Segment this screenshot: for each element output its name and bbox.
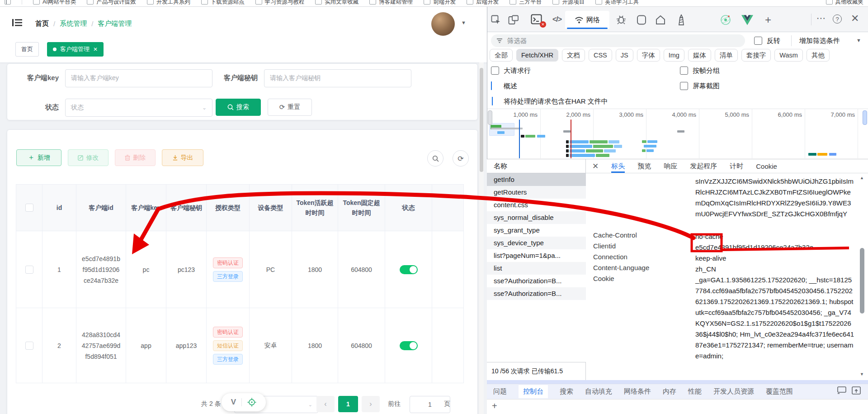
console-add-icon[interactable]: + <box>492 401 497 411</box>
breadcrumb-home[interactable]: 首页 <box>35 19 49 28</box>
bookmark-folder[interactable]: 下载资源站点 <box>201 0 245 6</box>
admin-scrollbar-track[interactable] <box>479 62 484 414</box>
bookmark-folder[interactable]: 英语学习工具 <box>595 0 639 6</box>
column-header[interactable]: 客户端id <box>76 185 126 231</box>
bookmark-folder[interactable]: 产品与设计提效 <box>87 0 136 6</box>
request-row[interactable]: sys_device_type <box>487 237 586 249</box>
filter-chip-js[interactable]: JS <box>616 49 633 62</box>
filter-chip-css[interactable]: CSS <box>589 49 612 62</box>
dropdown-caret-icon[interactable]: ▼ <box>856 38 861 43</box>
request-row-selected[interactable]: getInfo <box>487 173 586 186</box>
column-header[interactable]: Token固定超时时间 <box>338 185 385 231</box>
elements-panel-icon[interactable]: </> <box>552 15 561 24</box>
row-checkbox[interactable] <box>25 266 33 274</box>
drawer-tab-memory[interactable]: 内存 <box>663 387 676 396</box>
tab-cookies[interactable]: Cookie <box>756 162 777 170</box>
overview-checkbox[interactable] <box>491 81 492 90</box>
filter-chip-font[interactable]: 字体 <box>637 49 660 62</box>
tab-preview[interactable]: 预览 <box>637 162 651 171</box>
drawer-tab-coverage[interactable]: 覆盖范围 <box>766 387 793 396</box>
status-select[interactable]: 状态 ⌄ <box>65 99 212 117</box>
invert-checkbox[interactable] <box>754 37 762 45</box>
vue-logo-icon[interactable] <box>741 15 753 25</box>
close-icon[interactable]: ✕ <box>93 46 98 52</box>
help-icon[interactable]: ? <box>833 14 842 24</box>
filter-chip-media[interactable]: 媒体 <box>688 49 711 62</box>
bookmark-folder[interactable]: AI网站平台类 <box>33 0 76 6</box>
vue-devtools-atom-icon[interactable] <box>720 14 731 26</box>
page-1-button[interactable]: 1 <box>338 396 358 412</box>
tab-headers[interactable]: 标头 <box>611 162 625 173</box>
filter-chip-all[interactable]: 全部 <box>490 49 513 62</box>
column-header[interactable]: Token活跃超时时间 <box>292 185 338 231</box>
home-icon[interactable] <box>656 15 665 25</box>
vue-logo-icon[interactable]: V <box>231 398 236 407</box>
request-row[interactable]: content.css <box>487 199 586 211</box>
next-page-button[interactable]: › <box>362 396 380 412</box>
filter-chip-socket[interactable]: 套接字 <box>741 49 771 62</box>
requests-column-header[interactable]: 名称 <box>487 159 586 173</box>
drawer-divider[interactable] <box>487 380 868 384</box>
dock-panel-icon[interactable] <box>852 386 861 395</box>
tab-initiator[interactable]: 发起程序 <box>690 162 717 171</box>
avatar-caret-icon[interactable]: ▼ <box>461 20 466 25</box>
side-panel-icon[interactable] <box>5 0 11 5</box>
collapse-menu-icon[interactable] <box>12 18 23 27</box>
scroll-down-icon[interactable]: ▼ <box>860 372 864 376</box>
request-row[interactable]: list?pageNum=1&pa... <box>487 249 586 262</box>
admin-scrollbar-thumb[interactable] <box>480 68 483 172</box>
drawer-tab-issues[interactable]: 问题 <box>493 387 507 396</box>
inspect-element-icon[interactable] <box>491 15 501 25</box>
bookmark-folder[interactable]: 博客建站管理 <box>369 0 413 6</box>
drawer-tab-autofill[interactable]: 自动填充 <box>585 387 612 396</box>
client-secret-input[interactable]: 请输入客户端秘钥 <box>264 69 411 87</box>
prev-page-button[interactable]: ‹ <box>316 396 335 412</box>
network-filter-input[interactable]: 筛选器 <box>491 34 745 47</box>
drawer-tab-developer-resources[interactable]: 开发人员资源 <box>713 387 754 396</box>
tab-response[interactable]: 响应 <box>664 162 677 171</box>
timeline-left-handle[interactable] <box>488 110 492 125</box>
debugger-bug-icon[interactable] <box>616 14 627 25</box>
bookmark-folder[interactable]: 开发工具系列 <box>147 0 190 6</box>
bookmark-folder[interactable]: 前端开发 <box>424 0 456 6</box>
drawer-tab-search[interactable]: 搜索 <box>560 387 573 396</box>
tab-home[interactable]: 首页 <box>15 42 39 57</box>
screenshots-checkbox[interactable] <box>680 82 688 90</box>
column-header[interactable]: 客户端key <box>126 185 166 231</box>
breadcrumb-current[interactable]: 客户端管理 <box>98 19 132 28</box>
bookmark-folder[interactable]: 后端开发 <box>467 0 499 6</box>
request-row[interactable]: sse?Authorization=B... <box>487 287 586 300</box>
request-row[interactable]: getRouters <box>487 186 586 199</box>
console-panel-icon[interactable]: ✕ <box>531 14 543 26</box>
tab-timing[interactable]: 计时 <box>730 162 743 171</box>
column-header[interactable]: id <box>42 185 76 231</box>
bookmark-folder[interactable]: 学习资源与教程 <box>255 0 305 6</box>
big-request-rows-checkbox[interactable] <box>491 67 499 75</box>
edit-button[interactable]: 修改 <box>68 149 108 166</box>
lighthouse-icon[interactable] <box>676 14 686 26</box>
more-options-icon[interactable]: ⋯ <box>816 13 826 24</box>
filter-chip-img[interactable]: Img <box>664 49 684 62</box>
bookmark-other-folder[interactable]: 其他收藏夹 <box>826 0 864 6</box>
har-checkbox[interactable] <box>492 97 493 105</box>
add-tab-icon[interactable]: + <box>765 14 771 26</box>
component-inspector-icon[interactable] <box>247 398 256 407</box>
filter-chip-doc[interactable]: 文档 <box>562 49 585 62</box>
timeline-right-handle[interactable] <box>863 110 867 125</box>
add-button[interactable]: ＋ 新增 <box>16 149 61 166</box>
export-button[interactable]: 导出 <box>162 149 203 166</box>
scroll-up-icon[interactable]: ▲ <box>860 176 864 180</box>
client-key-input[interactable]: 请输入客户端key <box>65 69 212 87</box>
row-checkbox[interactable] <box>25 342 33 350</box>
status-toggle[interactable] <box>400 265 418 274</box>
request-row[interactable]: sys_normal_disable <box>487 211 586 224</box>
filter-chip-fetch-xhr[interactable]: Fetch/XHR <box>516 49 558 62</box>
console-input-row[interactable] <box>487 399 868 414</box>
group-by-frame-checkbox[interactable] <box>680 67 688 75</box>
close-detail-icon[interactable]: ✕ <box>592 162 599 171</box>
drawer-tab-network-conditions[interactable]: 网络条件 <box>624 387 651 396</box>
request-row[interactable]: list <box>487 262 586 275</box>
cast-icon[interactable] <box>837 386 846 395</box>
reset-button[interactable]: ⟳ 重置 <box>268 99 312 116</box>
column-header[interactable]: 授权类型 <box>207 185 250 231</box>
